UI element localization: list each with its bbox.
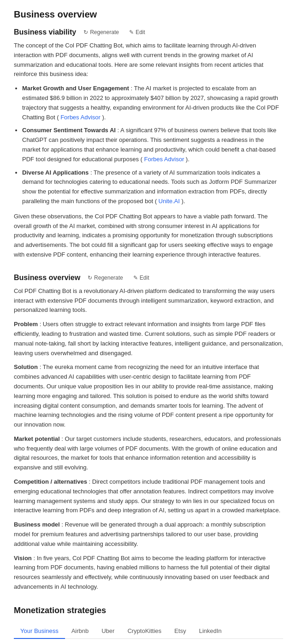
overview-market: Market potential : Our target customers … xyxy=(14,434,283,473)
monetization-section: Monetization strategies Your Business Ai… xyxy=(14,606,283,644)
overview-edit-button[interactable]: ✎ Edit xyxy=(131,274,152,282)
overview-intro: Col PDF Chatting Bot is a revolutionary … xyxy=(14,287,283,315)
solution-label: Solution xyxy=(14,363,38,370)
overview-edit-label: Edit xyxy=(140,275,149,281)
overview-solution: Solution : The eureka moment came from r… xyxy=(14,363,283,430)
tab-monetization-cryptokitties[interactable]: CryptoKitties xyxy=(121,624,168,639)
market-label: Market potential xyxy=(14,435,60,442)
viability-title: Business viability xyxy=(14,28,76,36)
problem-text: : Users often struggle to extract releva… xyxy=(14,321,283,356)
bullet-after-1: ). xyxy=(186,156,190,163)
edit-icon: ✎ xyxy=(129,29,134,35)
tab-monetization-etsy[interactable]: Etsy xyxy=(168,624,192,639)
overview-header: Business overview ↻ Regenerate ✎ Edit xyxy=(14,274,283,282)
tab-monetization-uber[interactable]: Uber xyxy=(95,624,121,639)
bullet-label-0: Market Growth and User Engagement xyxy=(22,85,129,92)
viability-section: Business viability ↻ Regenerate ✎ Edit T… xyxy=(14,28,283,260)
forbes-link-1[interactable]: Forbes Advisor xyxy=(60,114,101,121)
competition-label: Competition / alternatives xyxy=(14,478,87,485)
viability-regenerate-label: Regenerate xyxy=(90,29,119,35)
bullet-label-1: Consumer Sentiment Towards AI xyxy=(22,127,116,134)
overview-regenerate-icon: ↻ xyxy=(88,275,92,281)
regenerate-icon: ↻ xyxy=(83,29,88,35)
viability-bullets: Market Growth and User Engagement : The … xyxy=(22,84,283,206)
viability-edit-label: Edit xyxy=(136,29,145,35)
bullet-after-0: ). xyxy=(102,114,106,121)
tab-monetization-airbnb[interactable]: Airbnb xyxy=(65,624,95,639)
viability-regenerate-button[interactable]: ↻ Regenerate xyxy=(81,28,122,36)
viability-edit-button[interactable]: ✎ Edit xyxy=(126,28,148,36)
bullet-label-2: Diverse AI Applications xyxy=(22,169,89,176)
page-title: Business overview xyxy=(14,9,283,20)
overview-regenerate-button[interactable]: ↻ Regenerate xyxy=(85,274,126,282)
overview-competition: Competition / alternatives : Direct comp… xyxy=(14,477,283,515)
overview-title: Business overview xyxy=(14,274,80,282)
vision-text: : In five years, Col PDF Chatting Bot ai… xyxy=(14,555,270,590)
forbes-link-2[interactable]: Forbes Advisor xyxy=(144,156,184,163)
uniteai-link[interactable]: Unite.AI xyxy=(159,198,180,205)
overview-edit-icon: ✎ xyxy=(133,275,138,281)
bullet-consumer-sentiment: Consumer Sentiment Towards AI : A signif… xyxy=(22,126,283,164)
bullet-diverse-ai: Diverse AI Applications : The presence o… xyxy=(22,168,283,206)
tab-monetization-yourbusiness[interactable]: Your Business xyxy=(14,624,65,639)
problem-label: Problem xyxy=(14,321,38,328)
businessmodel-label: Business model xyxy=(14,521,60,528)
viability-conclusion: Given these observations, the Col PDF Ch… xyxy=(14,212,283,260)
bullet-after-2: ). xyxy=(181,198,185,205)
overview-section: Business overview ↻ Regenerate ✎ Edit Co… xyxy=(14,274,283,592)
overview-problem: Problem : Users often struggle to extrac… xyxy=(14,320,283,358)
overview-items: Problem : Users often struggle to extrac… xyxy=(14,320,283,592)
vision-label: Vision xyxy=(14,555,32,562)
bullet-market-growth: Market Growth and User Engagement : The … xyxy=(22,84,283,122)
viability-header: Business viability ↻ Regenerate ✎ Edit xyxy=(14,28,283,36)
overview-businessmodel: Business model : Revenue will be generat… xyxy=(14,520,283,549)
monetization-tabs: Your Business Airbnb Uber CryptoKitties … xyxy=(14,624,283,639)
viability-intro: The concept of the Col PDF Chatting Bot,… xyxy=(14,41,283,79)
tab-monetization-linkedin[interactable]: LinkedIn xyxy=(192,624,228,639)
solution-text: : The eureka moment came from recognizin… xyxy=(14,363,273,428)
overview-vision: Vision : In five years, Col PDF Chatting… xyxy=(14,554,283,592)
monetization-title: Monetization strategies xyxy=(14,606,283,615)
overview-regenerate-label: Regenerate xyxy=(94,275,123,281)
